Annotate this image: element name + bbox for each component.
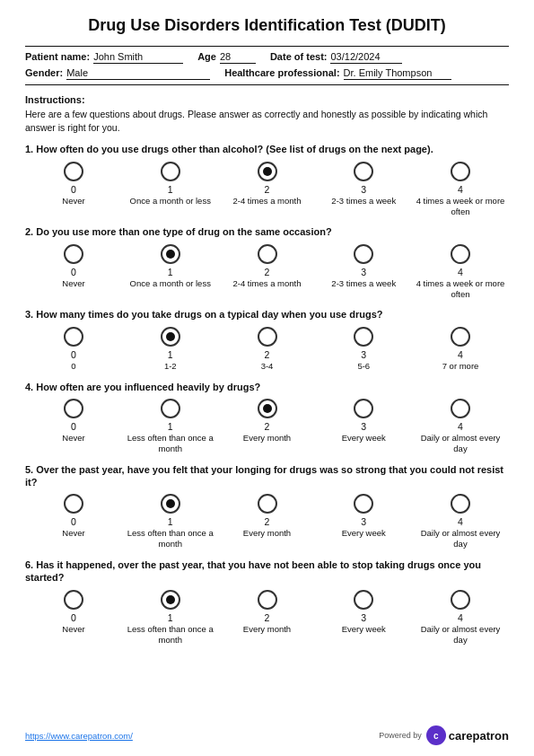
option-score-q3-o4: 4	[458, 349, 463, 360]
option-score-q1-o3: 3	[361, 184, 366, 195]
question-block-4: 4. How often are you influenced heavily …	[25, 381, 509, 454]
option-item-q2-o3[interactable]: 32-3 times a week	[319, 244, 408, 289]
radio-circle-q2-o0[interactable]	[64, 244, 83, 264]
option-item-q1-o1[interactable]: 1Once a month or less	[126, 162, 215, 207]
patient-age-value: 28	[220, 51, 256, 64]
radio-circle-q4-o3[interactable]	[354, 399, 373, 418]
option-score-q5-o4: 4	[458, 516, 463, 527]
option-label-q1-o2: 2-4 times a month	[232, 196, 301, 207]
option-item-q5-o2[interactable]: 2Every month	[223, 494, 312, 539]
option-item-q3-o3[interactable]: 35-6	[319, 327, 408, 372]
option-label-q6-o3: Every week	[342, 624, 386, 635]
radio-circle-q3-o2[interactable]	[258, 327, 277, 347]
radio-circle-q6-o1[interactable]	[161, 590, 180, 610]
option-score-q6-o2: 2	[265, 612, 270, 623]
radio-circle-q3-o4[interactable]	[451, 327, 470, 347]
option-item-q5-o0[interactable]: 0Never	[29, 494, 118, 539]
option-item-q6-o0[interactable]: 0Never	[29, 590, 118, 635]
radio-circle-q5-o4[interactable]	[451, 494, 470, 514]
radio-circle-q1-o0[interactable]	[64, 162, 83, 181]
radio-circle-q5-o1[interactable]	[161, 494, 180, 514]
option-score-q6-o4: 4	[458, 612, 463, 623]
radio-circle-q6-o3[interactable]	[354, 590, 373, 610]
option-item-q4-o2[interactable]: 2Every month	[223, 399, 312, 444]
radio-circle-q3-o1[interactable]	[161, 327, 180, 347]
radio-circle-q1-o1[interactable]	[161, 162, 180, 181]
option-item-q4-o1[interactable]: 1Less often than once a month	[126, 399, 215, 454]
radio-circle-q5-o3[interactable]	[354, 494, 373, 514]
radio-circle-q6-o2[interactable]	[258, 590, 277, 610]
option-item-q1-o2[interactable]: 22-4 times a month	[223, 162, 312, 207]
option-item-q6-o2[interactable]: 2Every month	[223, 590, 312, 635]
question-block-1: 1. How often do you use drugs other than…	[25, 143, 509, 216]
question-text-5: 5. Over the past year, have you felt tha…	[25, 463, 509, 489]
instructions-text: Here are a few questions about drugs. Pl…	[25, 108, 509, 134]
option-label-q6-o1: Less often than once a month	[126, 624, 215, 646]
page-title: Drug Use Disorders Identification Test (…	[25, 16, 509, 35]
options-row-3: 0011-223-435-647 or more	[25, 327, 509, 372]
question-block-6: 6. Has it happened, over the past year, …	[25, 558, 509, 645]
radio-circle-q1-o3[interactable]	[354, 162, 373, 181]
option-score-q4-o4: 4	[458, 421, 463, 432]
radio-circle-q5-o0[interactable]	[64, 494, 83, 514]
option-item-q3-o0[interactable]: 00	[29, 327, 118, 372]
question-text-1: 1. How often do you use drugs other than…	[25, 143, 509, 155]
option-item-q1-o0[interactable]: 0Never	[29, 162, 118, 207]
footer-link[interactable]: https://www.carepatron.com/	[25, 731, 133, 741]
patient-date-value: 03/12/2024	[330, 51, 402, 64]
radio-circle-q4-o4[interactable]	[451, 399, 470, 418]
radio-circle-q2-o1[interactable]	[161, 244, 180, 264]
option-item-q1-o3[interactable]: 32-3 times a week	[319, 162, 408, 207]
option-item-q3-o1[interactable]: 11-2	[126, 327, 215, 372]
patient-name-label: Patient name:	[25, 51, 90, 62]
radio-circle-q2-o3[interactable]	[354, 244, 373, 264]
radio-circle-q4-o0[interactable]	[64, 399, 83, 418]
option-item-q4-o4[interactable]: 4Daily or almost every day	[416, 399, 505, 454]
option-score-q5-o1: 1	[168, 516, 173, 527]
option-item-q6-o3[interactable]: 3Every week	[319, 590, 408, 635]
option-label-q6-o2: Every month	[243, 624, 291, 635]
option-item-q5-o3[interactable]: 3Every week	[319, 494, 408, 539]
patient-info-section: Patient name: John Smith Age 28 Date of …	[25, 46, 509, 85]
patient-age-label: Age	[197, 51, 216, 62]
option-item-q2-o4[interactable]: 44 times a week or more often	[416, 244, 505, 300]
radio-circle-q1-o4[interactable]	[451, 162, 470, 181]
radio-circle-q6-o0[interactable]	[64, 590, 83, 610]
powered-by-text: Powered by	[379, 731, 422, 740]
option-label-q6-o4: Daily or almost every day	[416, 624, 505, 646]
option-item-q5-o1[interactable]: 1Less often than once a month	[126, 494, 215, 549]
radio-circle-q2-o2[interactable]	[258, 244, 277, 264]
radio-circle-q2-o4[interactable]	[451, 244, 470, 264]
option-item-q6-o4[interactable]: 4Daily or almost every day	[416, 590, 505, 646]
option-score-q2-o4: 4	[458, 267, 463, 277]
option-label-q5-o4: Daily or almost every day	[416, 528, 505, 549]
radio-circle-q3-o0[interactable]	[64, 327, 83, 347]
radio-circle-q4-o1[interactable]	[161, 399, 180, 418]
radio-circle-q5-o2[interactable]	[258, 494, 277, 514]
radio-circle-q3-o3[interactable]	[354, 327, 373, 347]
option-item-q6-o1[interactable]: 1Less often than once a month	[126, 590, 215, 646]
patient-date-label: Date of test:	[270, 51, 328, 62]
option-item-q5-o4[interactable]: 4Daily or almost every day	[416, 494, 505, 549]
option-item-q2-o2[interactable]: 22-4 times a month	[223, 244, 312, 289]
radio-circle-q6-o4[interactable]	[451, 590, 470, 610]
option-score-q4-o2: 2	[265, 421, 270, 432]
option-item-q4-o3[interactable]: 3Every week	[319, 399, 408, 444]
radio-circle-q1-o2[interactable]	[258, 162, 277, 181]
options-row-5: 0Never1Less often than once a month2Ever…	[25, 494, 509, 549]
option-item-q3-o2[interactable]: 23-4	[223, 327, 312, 372]
option-item-q2-o0[interactable]: 0Never	[29, 244, 118, 289]
option-score-q3-o1: 1	[168, 349, 173, 360]
option-item-q3-o4[interactable]: 47 or more	[416, 327, 505, 372]
option-item-q4-o0[interactable]: 0Never	[29, 399, 118, 444]
option-score-q2-o0: 0	[71, 267, 76, 277]
patient-hp-group: Healthcare professional: Dr. Emily Thomp…	[224, 67, 451, 80]
option-item-q2-o1[interactable]: 1Once a month or less	[126, 244, 215, 289]
radio-circle-q4-o2[interactable]	[258, 399, 277, 418]
question-block-2: 2. Do you use more than one type of drug…	[25, 225, 509, 299]
question-text-6: 6. Has it happened, over the past year, …	[25, 558, 509, 585]
option-label-q1-o4: 4 times a week or more often	[416, 196, 505, 217]
option-score-q2-o3: 3	[361, 267, 366, 277]
option-item-q1-o4[interactable]: 44 times a week or more often	[416, 162, 505, 217]
patient-age-group: Age 28	[197, 51, 256, 64]
